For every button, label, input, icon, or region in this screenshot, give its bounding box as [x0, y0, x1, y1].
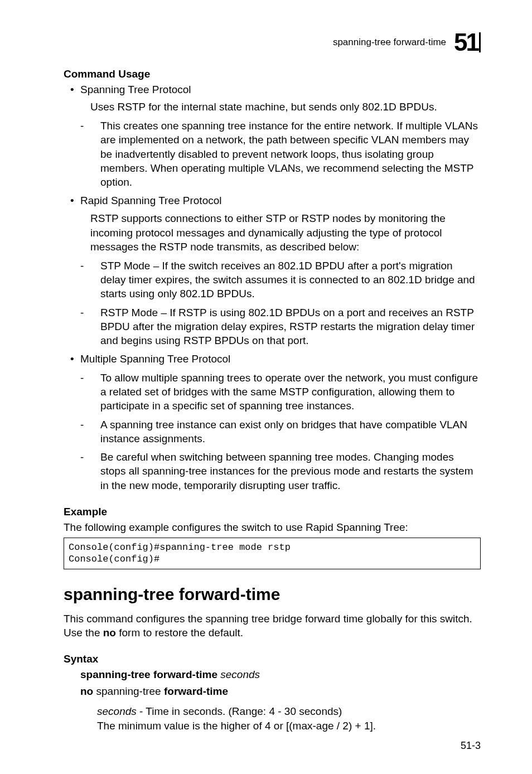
dash-icon: -	[90, 418, 100, 432]
usage-item-desc: RSTP supports connections to either STP …	[90, 211, 481, 254]
usage-item-desc: Uses RSTP for the internal state machine…	[90, 100, 481, 114]
syntax-no: no	[80, 685, 93, 697]
usage-sub-item: -This creates one spanning tree instance…	[100, 119, 481, 189]
usage-sub-item: -A spanning tree instance can exist only…	[100, 418, 481, 446]
usage-sub-text: To allow multiple spanning trees to oper…	[100, 372, 478, 412]
section-title: spanning-tree forward-time	[64, 585, 481, 604]
usage-sub-text: This creates one spanning tree instance …	[100, 120, 478, 188]
usage-sub-item: -STP Mode – If the switch receives an 80…	[100, 259, 481, 301]
usage-sub-item: -RSTP Mode – If RSTP is using 802.1D BPD…	[100, 306, 481, 348]
page-number: 51-3	[461, 740, 481, 752]
example-lead: The following example configures the swi…	[64, 520, 481, 534]
usage-item-label: Spanning Tree Protocol	[80, 84, 191, 95]
chapter-badge: 51	[454, 30, 481, 55]
command-usage-heading: Command Usage	[64, 68, 481, 80]
usage-sub-text: A spanning tree instance can exist only …	[100, 419, 467, 444]
dash-icon: -	[90, 306, 100, 320]
bullet-icon: •	[70, 83, 80, 96]
usage-sub-item: -Be careful when switching between spann…	[100, 450, 481, 492]
chapter-tick-icon	[479, 32, 481, 52]
section-intro-bold: no	[103, 627, 116, 638]
usage-sub-text: RSTP Mode – If RSTP is using 802.1D BPDU…	[100, 307, 475, 347]
usage-sub-text: STP Mode – If the switch receives an 802…	[100, 260, 475, 300]
param-name: seconds	[97, 705, 137, 717]
syntax-arg: seconds	[220, 669, 260, 680]
syntax-cmd2: forward-time	[164, 685, 228, 697]
dash-icon: -	[90, 371, 100, 385]
usage-item-label: Rapid Spanning Tree Protocol	[80, 195, 222, 206]
syntax-param: seconds - Time in seconds. (Range: 4 - 3…	[97, 704, 481, 733]
section-intro-post: form to restore the default.	[116, 627, 243, 638]
usage-item: •Rapid Spanning Tree Protocol	[80, 194, 481, 207]
param-desc: - Time in seconds. (Range: 4 - 30 second…	[137, 705, 342, 717]
chapter-number: 51	[454, 30, 478, 55]
usage-sub-text: Be careful when switching between spanni…	[100, 451, 473, 491]
dash-icon: -	[90, 119, 100, 133]
usage-item: •Multiple Spanning Tree Protocol	[80, 352, 481, 366]
example-heading: Example	[64, 506, 481, 518]
usage-item-label: Multiple Spanning Tree Protocol	[80, 353, 230, 365]
syntax-plain: spanning-tree	[93, 685, 164, 697]
syntax-cmd: spanning-tree forward-time	[80, 669, 217, 680]
usage-sub-item: -To allow multiple spanning trees to ope…	[100, 371, 481, 413]
dash-icon: -	[90, 259, 100, 273]
dash-icon: -	[90, 450, 100, 464]
section-intro: This command configures the spanning tre…	[64, 612, 481, 640]
syntax-line-1: spanning-tree forward-time seconds	[80, 667, 481, 682]
example-code: Console(config)#spanning-tree mode rstp …	[64, 538, 481, 569]
running-head: spanning-tree forward-time 51	[64, 30, 481, 55]
bullet-icon: •	[70, 352, 80, 366]
syntax-heading: Syntax	[64, 653, 481, 665]
usage-item: •Spanning Tree Protocol	[80, 83, 481, 96]
running-head-text: spanning-tree forward-time	[333, 37, 446, 48]
syntax-line-2: no spanning-tree forward-time	[80, 684, 481, 699]
bullet-icon: •	[70, 194, 80, 207]
param-line2: The minimum value is the higher of 4 or …	[97, 720, 376, 732]
